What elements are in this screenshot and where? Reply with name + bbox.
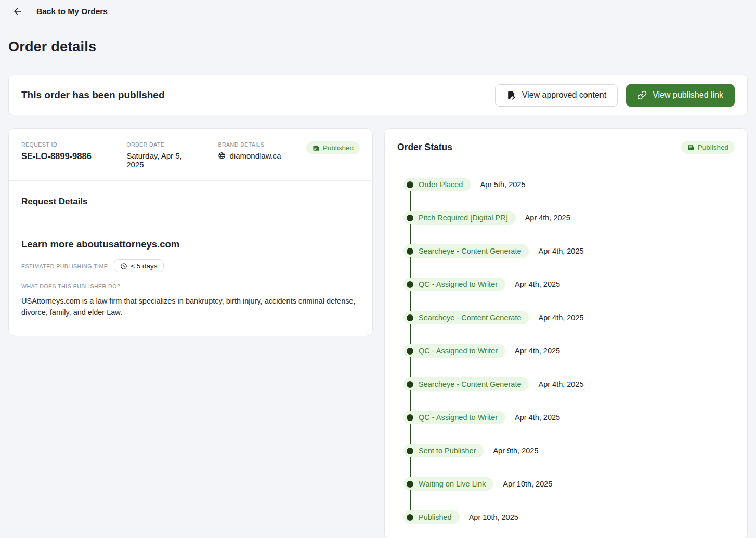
request-id-value: SE-LO-8899-9886 — [21, 151, 101, 161]
timeline-status-pill: QC - Assigned to Writer — [403, 344, 505, 358]
back-link-label[interactable]: Back to My Orders — [36, 7, 108, 16]
publisher-title: Learn more aboutusattorneys.com — [21, 239, 360, 250]
view-published-link-button[interactable]: View published link — [626, 84, 735, 107]
request-details-section: Request Details — [9, 181, 372, 225]
status-badge-label: Published — [698, 143, 728, 151]
timeline-date: Apr 5th, 2025 — [480, 180, 525, 189]
timeline-item: Searcheye - Content Generate Apr 4th, 20… — [403, 311, 735, 324]
timeline-status-pill: Searcheye - Content Generate — [403, 311, 529, 324]
timeline-date: Apr 4th, 2025 — [525, 214, 570, 222]
timeline-item: Sent to Publisher Apr 9th, 2025 — [403, 444, 735, 457]
arrow-left-icon[interactable] — [12, 6, 23, 17]
timeline-status-label: Searcheye - Content Generate — [419, 313, 521, 322]
timeline-item: Searcheye - Content Generate Apr 4th, 20… — [403, 377, 735, 391]
order-status-title: Order Status — [397, 142, 452, 153]
timeline-item: QC - Assigned to Writer Apr 4th, 2025 — [403, 411, 735, 424]
timeline-status-pill: Pitch Required [Digital PR] — [403, 211, 516, 225]
topbar: Back to My Orders — [0, 0, 756, 23]
status-dot-icon — [407, 314, 413, 321]
status-badge: Published — [681, 141, 735, 154]
order-date-label: ORDER DATE — [126, 141, 193, 148]
timeline-item: Published Apr 10th, 2025 — [403, 510, 735, 524]
timeline-item: Searcheye - Content Generate Apr 4th, 20… — [403, 244, 735, 258]
timeline-date: Apr 4th, 2025 — [538, 380, 583, 388]
timeline-status-label: Pitch Required [Digital PR] — [419, 214, 508, 222]
timeline-status-pill: QC - Assigned to Writer — [403, 411, 505, 424]
estimated-time-label: ESTIMATED PUBLISHING TIME — [21, 263, 108, 269]
request-id-block: REQUEST ID SE-LO-8899-9886 — [21, 141, 101, 161]
timeline-status-pill: Order Placed — [403, 178, 471, 191]
status-dot-icon — [407, 448, 413, 454]
timeline-status-label: QC - Assigned to Writer — [419, 413, 498, 422]
order-details-card: REQUEST ID SE-LO-8899-9886 ORDER DATE Sa… — [8, 128, 373, 336]
order-status-header: Order Status Published — [385, 129, 747, 166]
status-dot-icon — [407, 248, 413, 255]
brand-details-label: BRAND DETAILS — [218, 141, 281, 148]
timeline-status-label: Published — [419, 513, 452, 521]
timeline-date: Apr 4th, 2025 — [538, 247, 583, 255]
timeline-status-pill: Searcheye - Content Generate — [403, 377, 529, 391]
status-dot-icon — [407, 215, 413, 221]
timeline-item: Waiting on Live Link Apr 10th, 2025 — [403, 477, 735, 491]
estimated-time-pill: < 5 days — [114, 259, 163, 272]
status-badge-label: Published — [323, 144, 354, 152]
order-date-block: ORDER DATE Saturday, Apr 5, 2025 — [126, 141, 193, 169]
view-published-link-label: View published link — [653, 90, 723, 100]
banner-message: This order has been published — [21, 89, 165, 101]
publisher-question-label: WHAT DOES THIS PUBLISHER DO? — [21, 283, 360, 290]
timeline-status-label: Searcheye - Content Generate — [419, 247, 521, 255]
page-title: Order details — [8, 39, 748, 55]
timeline-date: Apr 4th, 2025 — [515, 280, 560, 288]
publisher-description: USAttorneys.com is a law firm that speci… — [21, 295, 360, 319]
timeline-status-pill: QC - Assigned to Writer — [403, 278, 505, 291]
timeline-status-pill: Sent to Publisher — [403, 444, 484, 457]
order-status-card: Order Status Published Order Placed Apr … — [384, 128, 748, 538]
published-banner: This order has been published View appro… — [8, 75, 748, 115]
banner-actions: View approved content View published lin… — [495, 84, 735, 107]
status-dot-icon — [407, 348, 413, 355]
timeline-date: Apr 10th, 2025 — [469, 513, 518, 521]
view-approved-content-label: View approved content — [522, 90, 606, 100]
status-badge: Published — [306, 141, 360, 154]
brand-value: diamondlaw.ca — [229, 151, 281, 160]
status-dot-icon — [407, 181, 413, 188]
timeline-date: Apr 10th, 2025 — [503, 480, 552, 488]
status-dot-icon — [407, 281, 413, 288]
timeline-status-label: QC - Assigned to Writer — [419, 347, 498, 355]
order-meta-row: REQUEST ID SE-LO-8899-9886 ORDER DATE Sa… — [9, 129, 372, 180]
back-to-orders-link[interactable]: Back to My Orders — [12, 6, 108, 17]
timeline-status-label: Sent to Publisher — [419, 447, 476, 455]
link-icon — [637, 90, 647, 100]
request-id-label: REQUEST ID — [21, 141, 101, 148]
status-dot-icon — [407, 514, 413, 521]
status-dot-icon — [407, 381, 413, 388]
timeline-date: Apr 4th, 2025 — [538, 313, 583, 322]
timeline-item: QC - Assigned to Writer Apr 4th, 2025 — [403, 278, 735, 291]
timeline-date: Apr 9th, 2025 — [493, 447, 538, 455]
timeline-status-label: Searcheye - Content Generate — [419, 380, 521, 388]
timeline-item: QC - Assigned to Writer Apr 4th, 2025 — [403, 344, 735, 358]
timeline-status-pill: Searcheye - Content Generate — [403, 244, 529, 258]
order-status-timeline: Order Placed Apr 5th, 2025 Pitch Require… — [385, 166, 747, 538]
file-edit-icon — [506, 90, 516, 100]
request-details-title: Request Details — [21, 196, 360, 207]
publisher-section: Learn more aboutusattorneys.com ESTIMATE… — [9, 225, 372, 336]
clock-icon — [120, 263, 127, 270]
timeline-status-label: Order Placed — [419, 180, 463, 189]
timeline-status-label: Waiting on Live Link — [419, 480, 486, 488]
timeline-date: Apr 4th, 2025 — [515, 413, 560, 422]
newspaper-icon — [687, 144, 695, 151]
timeline-item: Order Placed Apr 5th, 2025 — [403, 178, 735, 191]
status-dot-icon — [407, 414, 413, 421]
timeline-item: Pitch Required [Digital PR] Apr 4th, 202… — [403, 211, 735, 225]
estimated-time-value: < 5 days — [131, 262, 157, 270]
view-approved-content-button[interactable]: View approved content — [495, 84, 618, 107]
timeline-status-pill: Published — [403, 510, 460, 524]
timeline-status-pill: Waiting on Live Link — [403, 477, 493, 491]
order-date-value: Saturday, Apr 5, 2025 — [126, 151, 193, 169]
newspaper-icon — [312, 145, 320, 152]
brand-details-block: BRAND DETAILS diamondlaw.ca — [218, 141, 281, 160]
timeline-status-label: QC - Assigned to Writer — [419, 280, 498, 288]
globe-icon — [218, 152, 226, 160]
status-dot-icon — [407, 481, 413, 488]
